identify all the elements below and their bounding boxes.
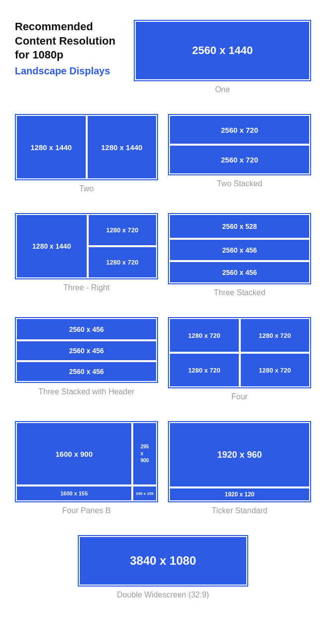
four-panes-b-side-text: 295x900 (141, 443, 149, 464)
four-panes-b-main: 1600 x 900 (16, 422, 132, 485)
header-title: Recommended Content Resolution for 1080p (15, 20, 124, 62)
double-widescreen-box: 3840 x 1080 (79, 536, 247, 586)
two-stacked-diagram: 2560 x 720 2560 x 720 (168, 114, 311, 175)
three-stacked-caption: Three Stacked (168, 288, 311, 297)
three-stacked-header-layout-block: 2560 x 456 2560 x 456 2560 x 456 Three S… (15, 317, 158, 401)
three-right-left: 1280 x 1440 (16, 214, 88, 278)
row-two: 1280 x 1440 1280 x 1440 Two 2560 x 720 2… (15, 114, 311, 193)
four-layout-block: 1280 x 720 1280 x 720 1280 x 720 1280 x … (168, 317, 311, 401)
one-caption: One (134, 85, 311, 94)
three-stacked-header-diagram: 2560 x 456 2560 x 456 2560 x 456 (15, 317, 158, 383)
double-widescreen-caption: Double Widescreen (32:9) (117, 590, 209, 599)
three-stacked-header-row2: 2560 x 456 (16, 340, 157, 361)
one-layout-block: 2560 x 1440 One (134, 20, 311, 94)
two-left: 1280 x 1440 (16, 115, 87, 179)
ticker-main: 1920 x 960 (169, 422, 310, 487)
row-four-panes-ticker: 1600 x 900 295x900 1600 x 155 295 x 155 … (15, 421, 311, 515)
row-three-header-four: 2560 x 456 2560 x 456 2560 x 456 Three S… (15, 317, 311, 401)
four-panes-b-bottom-right: 295 x 155 (132, 485, 157, 501)
three-stacked-row2: 2560 x 456 (169, 239, 310, 261)
three-right-diagram: 1280 x 1440 1280 x 720 1280 x 720 (15, 213, 158, 279)
two-caption: Two (15, 184, 158, 193)
two-diagram: 1280 x 1440 1280 x 1440 (15, 114, 158, 180)
four-layout: 1280 x 720 1280 x 720 1280 x 720 1280 x … (169, 318, 310, 387)
header-subtitle: Landscape Displays (15, 65, 124, 77)
four-panes-b-bottom-left: 1600 x 155 (16, 485, 132, 501)
two-layout-block: 1280 x 1440 1280 x 1440 Two (15, 114, 158, 193)
four-bl: 1280 x 720 (169, 353, 240, 387)
three-stacked-layout-block: 2560 x 528 2560 x 456 2560 x 456 Three S… (168, 213, 311, 297)
ticker-layout-block: 1920 x 960 1920 x 120 Ticker Standard (168, 421, 311, 515)
three-stacked-layout: 2560 x 528 2560 x 456 2560 x 456 (169, 214, 310, 283)
two-stacked-layout-block: 2560 x 720 2560 x 720 Two Stacked (168, 114, 311, 193)
double-widescreen-diagram: 3840 x 1080 (78, 535, 248, 587)
four-diagram: 1280 x 720 1280 x 720 1280 x 720 1280 x … (168, 317, 311, 388)
three-stacked-header-caption: Three Stacked with Header (15, 387, 158, 397)
two-stacked-bottom: 2560 x 720 (169, 145, 310, 174)
two-stacked-caption: Two Stacked (168, 179, 311, 188)
ticker-diagram: 1920 x 960 1920 x 120 (168, 421, 311, 502)
two-layout: 1280 x 1440 1280 x 1440 (16, 115, 157, 179)
three-right-right-col: 1280 x 720 1280 x 720 (88, 214, 158, 278)
three-right-bottom-right: 1280 x 720 (88, 246, 158, 278)
ticker-bar: 1920 x 120 (169, 487, 310, 501)
row-three: 1280 x 1440 1280 x 720 1280 x 720 Three … (15, 213, 311, 297)
one-box: 2560 x 1440 (135, 21, 310, 80)
three-stacked-header-row3: 2560 x 456 (16, 361, 157, 382)
four-panes-b-layout-block: 1600 x 900 295x900 1600 x 155 295 x 155 … (15, 421, 158, 515)
two-right: 1280 x 1440 (87, 115, 158, 179)
three-right-layout-block: 1280 x 1440 1280 x 720 1280 x 720 Three … (15, 213, 158, 297)
four-tl: 1280 x 720 (169, 318, 240, 353)
three-right-caption: Three - Right (15, 283, 158, 292)
two-stacked-layout: 2560 x 720 2560 x 720 (169, 115, 310, 174)
three-stacked-row1: 2560 x 528 (169, 214, 310, 239)
four-panes-b-layout: 1600 x 900 295x900 1600 x 155 295 x 155 (16, 422, 157, 501)
one-diagram: 2560 x 1440 (134, 20, 311, 81)
double-widescreen-section: 3840 x 1080 Double Widescreen (32:9) (15, 535, 311, 599)
four-tr: 1280 x 720 (240, 318, 311, 353)
four-caption: Four (168, 392, 311, 401)
three-stacked-diagram: 2560 x 528 2560 x 456 2560 x 456 (168, 213, 311, 284)
three-right-layout: 1280 x 1440 1280 x 720 1280 x 720 (16, 214, 157, 278)
header-text-block: Recommended Content Resolution for 1080p… (15, 20, 124, 77)
four-panes-b-caption: Four Panes B (15, 506, 158, 515)
three-stacked-header-row1: 2560 x 456 (16, 318, 157, 340)
four-panes-b-diagram: 1600 x 900 295x900 1600 x 155 295 x 155 (15, 421, 158, 502)
three-stacked-row3: 2560 x 456 (169, 261, 310, 283)
ticker-layout: 1920 x 960 1920 x 120 (169, 422, 310, 501)
four-panes-b-side: 295x900 (132, 422, 157, 485)
three-right-top-right: 1280 x 720 (88, 214, 158, 246)
ticker-caption: Ticker Standard (168, 506, 311, 515)
header-section: Recommended Content Resolution for 1080p… (15, 20, 311, 94)
two-stacked-top: 2560 x 720 (169, 115, 310, 145)
three-stacked-header-layout: 2560 x 456 2560 x 456 2560 x 456 (16, 318, 157, 382)
four-br: 1280 x 720 (240, 353, 311, 387)
